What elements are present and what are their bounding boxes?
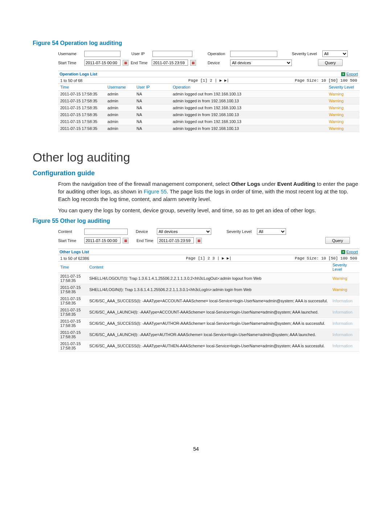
cell-severity: Warning <box>327 111 359 118</box>
col-severity[interactable]: Severity Level <box>330 262 359 273</box>
cell-userip: NA <box>134 98 171 105</box>
cell-userip: NA <box>134 105 171 111</box>
cell-time: 2011-07-15 17:58:35 <box>58 91 105 98</box>
table-row: 2011-07-15 17:58:35adminNAadmin logged o… <box>58 91 359 98</box>
calendar-icon[interactable]: ▦ <box>190 60 196 66</box>
endtime-label: End Time <box>131 61 150 65</box>
cell-username: admin <box>105 105 134 111</box>
cell-severity: Warning <box>330 284 359 295</box>
content-label: Content <box>58 229 82 234</box>
table-row: 2011-07-15 17:58:35SC/6/SC_AAA_LAUNCH(l)… <box>58 329 359 340</box>
cell-time: 2011-07-15 17:58:35 <box>58 329 87 340</box>
starttime-label: Start Time <box>58 61 82 65</box>
table-header-row: Time Username User IP Operation Severity… <box>58 84 359 91</box>
cell-operation: admin logged out from 192.168.100.13 <box>171 91 327 98</box>
severity-select[interactable]: All <box>322 50 348 57</box>
severity-label: Severity Level <box>226 229 255 234</box>
device-select[interactable]: All devices <box>230 60 292 66</box>
col-userip[interactable]: User IP <box>134 84 171 91</box>
cell-severity: Information <box>330 307 359 318</box>
calendar-icon[interactable]: ▦ <box>123 238 128 244</box>
cell-userip: NA <box>134 125 171 132</box>
endtime-input[interactable] <box>158 237 194 244</box>
figure-55-box: Content Device All devices Severity Leve… <box>58 227 359 352</box>
export-link[interactable]: X Export <box>341 72 358 76</box>
export-label: Export <box>346 250 358 254</box>
table-row: 2011-07-15 17:58:35adminNAadmin logged i… <box>58 111 359 118</box>
table-row: 2011-07-15 17:58:35adminNAadmin logged i… <box>58 98 359 105</box>
col-operation[interactable]: Operation <box>171 84 327 91</box>
username-input[interactable] <box>84 51 121 57</box>
col-username[interactable]: Username <box>105 84 134 91</box>
cell-userip: NA <box>134 118 171 125</box>
endtime-label: End Time <box>136 238 155 243</box>
pager-pages[interactable]: Page [1] 2 3 | ▶ ▶| <box>186 256 231 261</box>
table-row: 2011-07-15 17:58:35SC/6/SC_AAA_LAUNCH(l)… <box>58 307 359 318</box>
calendar-icon[interactable]: ▦ <box>123 60 128 66</box>
export-icon: X <box>341 250 345 254</box>
cell-time: 2011-07-15 17:58:35 <box>58 98 105 105</box>
endtime-input[interactable] <box>152 60 188 66</box>
severity-select[interactable]: All <box>257 228 286 235</box>
operation-input[interactable] <box>230 51 277 57</box>
cell-content: SC/6/SC_AAA_SUCCESS(l): -AAAType=ACCOUNT… <box>87 295 330 307</box>
col-severity[interactable]: Severity Level <box>327 84 359 91</box>
cell-username: admin <box>105 91 134 98</box>
query-button[interactable]: Query <box>318 59 343 66</box>
cell-severity: Information <box>330 318 359 329</box>
cell-severity: Warning <box>327 105 359 111</box>
query-button[interactable]: Query <box>325 237 350 244</box>
other-list-title: Other Logs List <box>60 250 89 254</box>
cell-time: 2011-07-15 17:58:35 <box>58 307 87 318</box>
userip-input[interactable] <box>152 51 192 57</box>
starttime-input[interactable] <box>84 237 121 244</box>
pager-range: 1 to 50 of 62386 <box>60 256 89 261</box>
starttime-input[interactable] <box>84 60 121 66</box>
device-select[interactable]: All devices <box>157 228 211 235</box>
cell-time: 2011-07-15 17:58:35 <box>58 273 87 284</box>
col-time[interactable]: Time <box>58 84 105 91</box>
export-link[interactable]: X Export <box>341 250 358 254</box>
figure-54-box: Username User IP Operation Severity Leve… <box>58 49 359 132</box>
other-pager: 1 to 50 of 62386 Page [1] 2 3 | ▶ ▶| Pag… <box>58 255 359 262</box>
cell-time: 2011-07-15 17:58:35 <box>58 118 105 125</box>
body-paragraph-2: You can query the logs by content, devic… <box>58 206 359 214</box>
content-input[interactable] <box>84 229 128 235</box>
text: From the navigation tree of the firewall… <box>58 181 231 187</box>
pager-size[interactable]: Page Size: 10 [50] 100 500 <box>295 256 357 261</box>
cell-content: SHELL/4/LOGIN(t): Trap 1.3.6.1.4.1.25506… <box>87 284 330 295</box>
table-row: 2011-07-15 17:58:35adminNAadmin logged o… <box>58 105 359 111</box>
pager-pages[interactable]: Page [1] 2 | ▶ ▶| <box>188 78 229 83</box>
export-label: Export <box>346 72 358 76</box>
username-label: Username <box>58 52 82 56</box>
cell-severity: Warning <box>327 98 359 105</box>
device-label: Device <box>208 61 228 65</box>
cell-content: SHELL/4/LOGOUT(t): Trap 1.3.6.1.4.1.2550… <box>87 273 330 284</box>
filter-row-2: Start Time ▦ End Time ▦ Device All devic… <box>58 58 359 67</box>
filter-row-1: Username User IP Operation Severity Leve… <box>58 49 359 58</box>
figure-link[interactable]: Figure 55 <box>144 188 167 195</box>
pager-size[interactable]: Page Size: 10 [50] 100 500 <box>295 78 357 83</box>
cell-operation: admin logged in from 192.168.100.13 <box>171 111 327 118</box>
cell-content: SC/6/SC_AAA_LAUNCH(l): -AAAType=ACCOUNT-… <box>87 307 330 318</box>
cell-operation: admin logged in from 192.168.100.13 <box>171 98 327 105</box>
cell-content: SC/6/SC_AAA_SUCCESS(l): -AAAType=AUTHOR-… <box>87 318 330 329</box>
cell-userip: NA <box>134 111 171 118</box>
calendar-icon[interactable]: ▦ <box>196 238 202 244</box>
cell-time: 2011-07-15 17:58:35 <box>58 318 87 329</box>
cell-time: 2011-07-15 17:58:35 <box>58 125 105 132</box>
table-row: 2011-07-15 17:58:35SC/6/SC_AAA_SUCCESS(l… <box>58 340 359 352</box>
device-label: Device <box>136 229 155 234</box>
section-title: Other log auditing <box>33 150 359 164</box>
severity-label: Severity Level <box>292 52 320 56</box>
col-time[interactable]: Time <box>58 262 87 273</box>
other-log-table: Time Content Severity Level 2011-07-15 1… <box>58 262 359 352</box>
col-content[interactable]: Content <box>87 262 330 273</box>
cell-severity: Warning <box>327 125 359 132</box>
cell-operation: admin logged out from 192.168.100.13 <box>171 118 327 125</box>
userip-label: User IP <box>131 52 150 56</box>
cell-operation: admin logged out from 192.168.100.13 <box>171 105 327 111</box>
cell-username: admin <box>105 98 134 105</box>
cell-content: SC/6/SC_AAA_LAUNCH(l): -AAAType=AUTHOR-A… <box>87 329 330 340</box>
cell-severity: Warning <box>327 91 359 98</box>
